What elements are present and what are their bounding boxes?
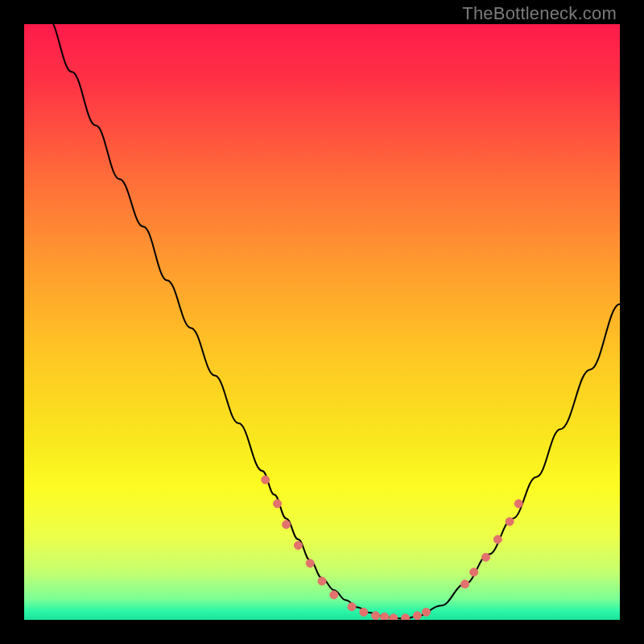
data-marker	[506, 518, 514, 526]
data-marker	[413, 612, 421, 620]
data-marker	[262, 476, 270, 484]
chart-frame: TheBottleneck.com	[0, 0, 644, 644]
data-marker	[461, 580, 469, 588]
data-marker	[381, 613, 389, 620]
data-marker	[402, 614, 410, 620]
plot-area	[24, 24, 620, 620]
data-marker	[274, 500, 282, 508]
data-marker	[348, 603, 356, 611]
data-marker	[283, 521, 291, 529]
data-marker	[423, 608, 431, 616]
data-marker	[390, 614, 398, 620]
data-marker	[470, 568, 478, 576]
data-marker	[360, 608, 368, 616]
data-marker	[318, 577, 326, 585]
curve-path	[24, 24, 620, 619]
data-marker	[493, 535, 502, 543]
branding-text: TheBottleneck.com	[462, 3, 617, 24]
data-marker	[372, 612, 380, 620]
data-marker	[514, 500, 522, 508]
data-marker	[330, 591, 338, 599]
data-marker	[306, 559, 314, 568]
data-marker	[482, 553, 490, 561]
data-marker	[294, 542, 302, 550]
bottleneck-curve	[24, 24, 620, 620]
